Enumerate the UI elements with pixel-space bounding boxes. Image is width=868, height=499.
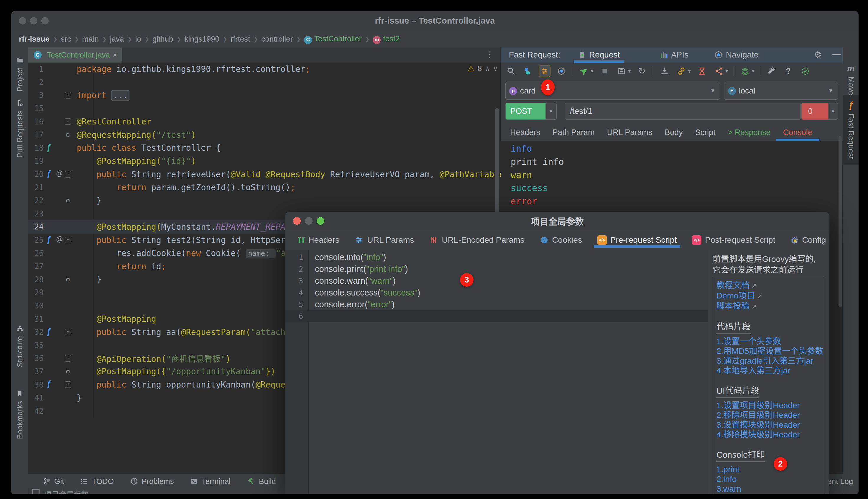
- help-link-1.设置一个头参数[interactable]: 1.设置一个头参数: [717, 337, 820, 346]
- fold-marker-icon[interactable]: −: [65, 171, 71, 178]
- fast-request-gutter-icon[interactable]: ƒ: [47, 143, 51, 152]
- method-select[interactable]: POST ▼: [505, 102, 557, 120]
- help-link-2.用MD5加密设置一个头参数[interactable]: 2.用MD5加密设置一个头参数: [717, 346, 820, 356]
- breadcrumb-item-kings1990[interactable]: kings1990: [184, 35, 219, 44]
- code-line-16[interactable]: 16−@RestController: [28, 115, 501, 128]
- send-button[interactable]: 0 ▼: [801, 102, 838, 120]
- fold-marker-icon[interactable]: −: [65, 118, 71, 125]
- dialog-tab-config[interactable]: ⚙Config: [791, 235, 826, 245]
- fold-marker-icon[interactable]: −: [65, 355, 71, 362]
- fr-tab-request[interactable]: Request: [578, 50, 620, 60]
- breadcrumb-item-main[interactable]: main: [82, 35, 99, 44]
- send-button[interactable]: ▾: [579, 65, 594, 77]
- request-tab-urlparams[interactable]: URL Params: [607, 128, 653, 137]
- tool-window-button-fast-request[interactable]: ƒFast Request: [843, 95, 858, 165]
- fold-marker-icon[interactable]: ⌂: [65, 132, 71, 137]
- breadcrumb-item-test2[interactable]: mtest2: [373, 34, 399, 44]
- code-line-1[interactable]: 1package io.github.kings1990.rfrtest.con…: [28, 62, 501, 76]
- help-link-1.设置项目级别Header[interactable]: 1.设置项目级别Header: [717, 401, 820, 410]
- breadcrumb-item-src[interactable]: src: [61, 35, 71, 44]
- env-select[interactable]: E local ▼: [724, 82, 838, 100]
- toggle-button[interactable]: [522, 65, 533, 77]
- link-button[interactable]: ▾: [676, 65, 691, 77]
- code-line-17[interactable]: 17⌂@RequestMapping("/test"): [28, 128, 501, 142]
- help-link-教程文档[interactable]: 教程文档↗: [717, 280, 820, 291]
- hourglass-button[interactable]: [696, 65, 708, 77]
- script-line-2[interactable]: 2console.print("print info"): [285, 263, 708, 275]
- fast-request-gutter-icon[interactable]: ƒ: [47, 169, 51, 178]
- request-tab-console[interactable]: Console: [783, 128, 812, 137]
- fold-marker-icon[interactable]: ⌂: [65, 197, 71, 203]
- tool-window-button-pull-requests[interactable]: Pull Requests: [11, 99, 28, 158]
- code-line-15[interactable]: 15: [28, 102, 501, 115]
- script-line-3[interactable]: 3console.warn("warn"): [285, 275, 708, 287]
- navigate-button[interactable]: [556, 65, 567, 77]
- dialog-tab-url-params[interactable]: URL Params: [355, 235, 414, 245]
- tool-button-build[interactable]: Build: [247, 477, 276, 486]
- editor-options-icon[interactable]: ⋮: [486, 50, 494, 59]
- script-line-6[interactable]: 6: [285, 310, 708, 322]
- fr-tab-apis[interactable]: APIs: [660, 50, 689, 60]
- request-tab-script[interactable]: Script: [695, 128, 716, 137]
- help-link-4.success[interactable]: 4.success: [717, 494, 820, 494]
- dialog-tab-headers[interactable]: HHeaders: [298, 235, 339, 245]
- dialog-tab-cookies[interactable]: Cookies: [540, 235, 582, 245]
- script-editor[interactable]: 1console.info("info")2console.print("pri…: [285, 250, 708, 494]
- fast-request-gutter-icon[interactable]: ƒ: [47, 379, 51, 388]
- fold-marker-icon[interactable]: −: [65, 237, 71, 243]
- help-link-Demo项目[interactable]: Demo项目↗: [717, 291, 820, 301]
- help-link-3.warn[interactable]: 3.warn: [717, 484, 820, 494]
- request-tab-body[interactable]: Body: [665, 128, 683, 137]
- tool-window-button-project[interactable]: Project: [11, 56, 28, 92]
- tool-window-button-structure[interactable]: Structure: [11, 325, 28, 367]
- editor-tab-testcontroller[interactable]: C TestController.java ×: [28, 48, 122, 62]
- breadcrumb-item-rfr-issue[interactable]: rfr-issue: [19, 35, 50, 44]
- share-button[interactable]: ▾: [713, 65, 728, 77]
- fold-marker-icon[interactable]: +: [65, 381, 71, 388]
- project-env-select[interactable]: p card ▼: [505, 82, 720, 100]
- help-link-1.print[interactable]: 1.print: [717, 464, 820, 474]
- breadcrumb-item-java[interactable]: java: [110, 35, 124, 44]
- next-warning-icon[interactable]: ∨: [493, 65, 498, 72]
- wrench-button[interactable]: [766, 65, 777, 77]
- request-tab-response[interactable]: > Response: [728, 128, 771, 137]
- approve-button[interactable]: [799, 65, 811, 77]
- fold-marker-icon[interactable]: ⌂: [65, 276, 71, 282]
- code-line-20[interactable]: 20ƒ@− public String retrieveUser(@Valid …: [28, 168, 501, 181]
- code-line-22[interactable]: 22⌂ }: [28, 194, 501, 207]
- fold-marker-icon[interactable]: +: [65, 92, 71, 98]
- fold-marker-icon[interactable]: ⌂: [65, 368, 71, 374]
- breadcrumb-item-TestController[interactable]: CTestController: [304, 34, 361, 44]
- layers-button[interactable]: ▾: [740, 65, 755, 77]
- breadcrumb-item-controller[interactable]: controller: [261, 35, 293, 44]
- fold-marker-icon[interactable]: +: [65, 329, 71, 335]
- code-line-19[interactable]: 19 @PostMapping("{id}"): [28, 155, 501, 168]
- fast-request-gutter-icon[interactable]: ƒ: [47, 235, 51, 244]
- help-link-2.移除项目级别Header[interactable]: 2.移除项目级别Header: [717, 410, 820, 420]
- editor-scrollbar[interactable]: [495, 108, 499, 217]
- gear-icon[interactable]: ⚙: [814, 50, 822, 60]
- dialog-tab-url-encoded-params[interactable]: URL-Encoded Params: [429, 235, 524, 245]
- url-input[interactable]: /test/1: [565, 102, 801, 120]
- filter-button[interactable]: [539, 65, 550, 77]
- fast-request-gutter-icon[interactable]: ƒ: [47, 327, 51, 336]
- save-button[interactable]: ▾: [616, 65, 631, 77]
- help-link-4.本地导入第三方jar[interactable]: 4.本地导入第三方jar: [717, 366, 820, 375]
- tool-button-problems[interactable]: Problems: [130, 477, 174, 486]
- hide-panel-icon[interactable]: —: [832, 49, 841, 59]
- import-button[interactable]: [659, 65, 670, 77]
- help-link-3.通过gradle引入第三方jar[interactable]: 3.通过gradle引入第三方jar: [717, 356, 820, 366]
- help-link-2.info[interactable]: 2.info: [717, 474, 820, 484]
- code-line-2[interactable]: 2: [28, 76, 501, 89]
- tool-window-button-bookmarks[interactable]: Bookmarks: [11, 390, 28, 439]
- tool-button-todo[interactable]: TODO: [80, 477, 114, 486]
- code-line-3[interactable]: 3+import ...: [28, 89, 501, 102]
- tool-button-git[interactable]: Git: [43, 477, 64, 486]
- tool-button-terminal[interactable]: Terminal: [190, 477, 231, 486]
- breadcrumb-item-io[interactable]: io: [135, 35, 141, 44]
- fr-tab-navigate[interactable]: Navigate: [714, 50, 759, 60]
- script-line-1[interactable]: 1console.info("info"): [285, 251, 708, 263]
- script-line-4[interactable]: 4console.success("success"): [285, 287, 708, 299]
- prev-warning-icon[interactable]: ∧: [485, 65, 490, 72]
- code-line-21[interactable]: 21 return param.getZoneId().toString();: [28, 181, 501, 194]
